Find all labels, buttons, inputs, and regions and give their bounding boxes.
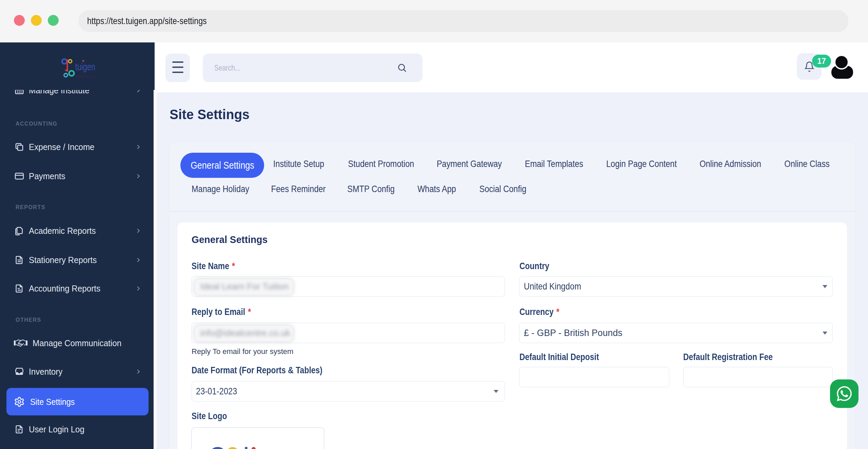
svg-text:tuigen: tuigen xyxy=(75,61,95,72)
svg-text:Save Admin Hours: Save Admin Hours xyxy=(76,75,95,78)
